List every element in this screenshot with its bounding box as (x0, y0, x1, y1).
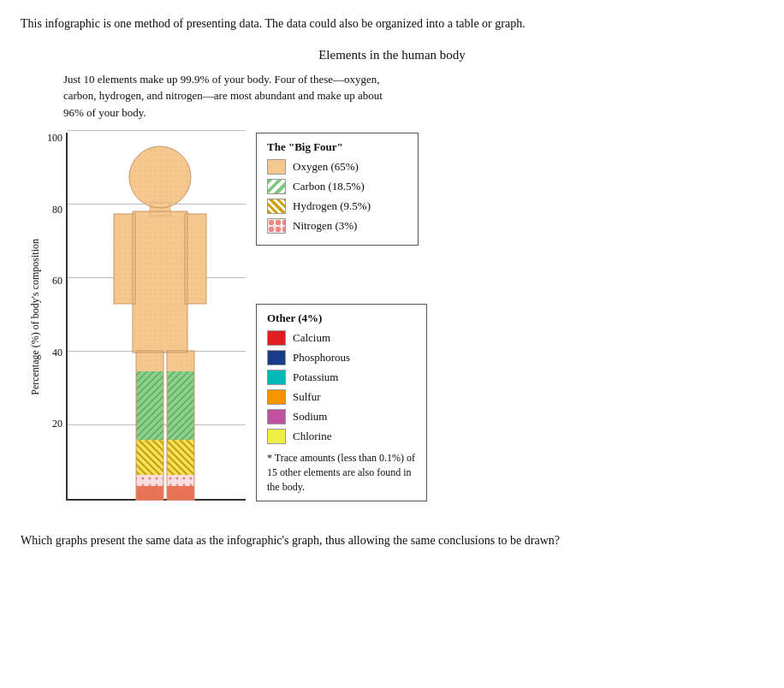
legend-big-four-title: The "Big Four" (267, 140, 407, 154)
swatch-phosphorous (267, 350, 286, 365)
legend-big-four: The "Big Four" Oxygen (65%) Carbon (18.5… (256, 133, 419, 246)
tick-20: 20 (47, 418, 62, 429)
label-oxygen: Oxygen (65%) (293, 160, 359, 174)
tick-60: 60 (47, 276, 62, 286)
label-calcium: Calcium (293, 331, 330, 345)
svg-rect-22 (92, 475, 229, 486)
legend-item-potassium: Potassium (267, 370, 416, 385)
figure-container (92, 133, 229, 501)
tick-100: 100 (47, 133, 62, 143)
label-carbon: Carbon (18.5%) (293, 180, 365, 193)
tick-0 (47, 490, 62, 501)
swatch-potassium (267, 370, 286, 385)
legend-item-sulfur: Sulfur (267, 389, 416, 405)
chart-title: Elements in the human body (21, 48, 763, 62)
axis-ticks: 100 80 60 40 20 (47, 133, 62, 501)
bottom-question: Which graphs present the same data as th… (21, 531, 763, 549)
chart-subtitle: Just 10 elements make up 99.9% of your b… (63, 71, 389, 122)
legend-other-title: Other (4%) (267, 311, 416, 325)
svg-rect-21 (92, 440, 229, 475)
chart-body: The "Big Four" Oxygen (65%) Carbon (18.5… (66, 133, 246, 501)
svg-rect-23 (92, 486, 229, 501)
legend-item-oxygen: Oxygen (65%) (267, 159, 407, 175)
svg-rect-20 (92, 371, 229, 440)
swatch-oxygen (267, 159, 286, 175)
swatch-nitrogen (267, 218, 286, 234)
swatch-hydrogen (267, 199, 286, 214)
intro-text: This infographic is one method of presen… (21, 15, 763, 33)
grid-100 (68, 130, 246, 131)
label-sulfur: Sulfur (293, 390, 321, 404)
y-axis-label: Percentage (%) of body's composition (29, 239, 42, 395)
tick-40: 40 (47, 347, 62, 358)
tick-80: 80 (47, 205, 62, 215)
legend-item-chlorine: Chlorine (267, 429, 416, 444)
swatch-carbon (267, 179, 286, 194)
swatch-chlorine (267, 429, 286, 444)
label-nitrogen: Nitrogen (3%) (293, 219, 357, 233)
legend-item-hydrogen: Hydrogen (9.5%) (267, 199, 407, 214)
label-phosphorous: Phosphorous (293, 351, 350, 365)
label-chlorine: Chlorine (293, 430, 332, 443)
chart-area: Percentage (%) of body's composition 100… (29, 133, 763, 501)
legend-item-carbon: Carbon (18.5%) (267, 179, 407, 194)
label-sodium: Sodium (293, 410, 327, 424)
legend-item-sodium: Sodium (267, 409, 416, 424)
legend-other: Other (4%) Calcium Phosphorous Potassium… (256, 304, 427, 501)
label-hydrogen: Hydrogen (9.5%) (293, 199, 371, 213)
swatch-calcium (267, 330, 286, 346)
swatch-sodium (267, 409, 286, 424)
chart-inner: 100 80 60 40 20 (47, 133, 246, 501)
legend-item-calcium: Calcium (267, 330, 416, 346)
label-potassium: Potassium (293, 371, 338, 384)
legend-item-nitrogen: Nitrogen (3%) (267, 218, 407, 234)
swatch-sulfur (267, 389, 286, 405)
human-figure-svg (92, 133, 229, 501)
legend-item-phosphorous: Phosphorous (267, 350, 416, 365)
trace-note: * Trace amounts (less than 0.1%) of 15 o… (267, 451, 416, 494)
